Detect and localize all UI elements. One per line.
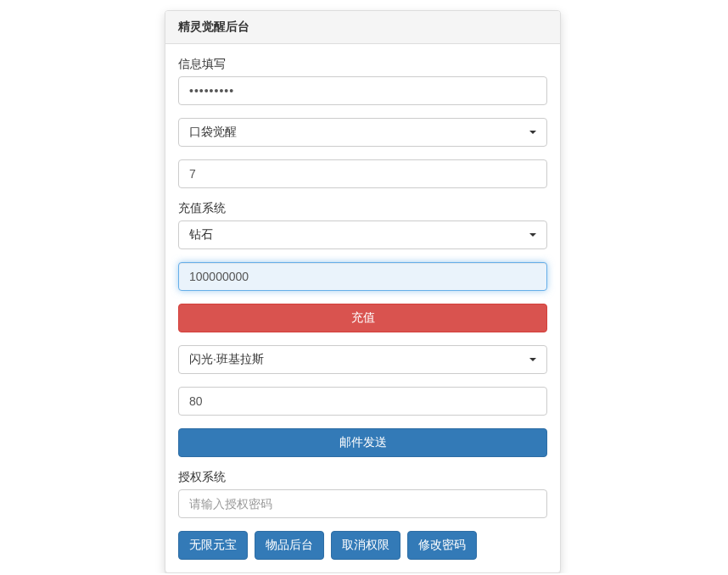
mail-send-button[interactable]: 邮件发送 — [178, 428, 547, 457]
password-input[interactable] — [178, 76, 547, 105]
currency-select-button[interactable]: 钻石 — [178, 221, 547, 249]
action-button-row: 无限元宝 物品后台 取消权限 修改密码 — [178, 531, 547, 560]
level-input[interactable] — [178, 387, 547, 416]
currency-select-value: 钻石 — [189, 227, 213, 241]
caret-icon — [529, 358, 536, 361]
cancel-auth-button[interactable]: 取消权限 — [331, 531, 400, 560]
auth-password-input[interactable] — [178, 489, 547, 518]
unlimited-gold-button[interactable]: 无限元宝 — [178, 531, 248, 560]
item-select[interactable]: 闪光·班基拉斯 — [178, 345, 547, 374]
recharge-button[interactable]: 充值 — [178, 304, 547, 332]
panel-title: 精灵觉醒后台 — [178, 20, 547, 35]
caret-icon — [529, 131, 536, 134]
game-select[interactable]: 口袋觉醒 — [178, 118, 547, 147]
info-section-label: 信息填写 — [178, 57, 547, 72]
panel-body: 信息填写 口袋觉醒 充值系统 钻石 充值 闪光·班基拉斯 邮件发送 — [165, 44, 560, 572]
currency-select[interactable]: 钻石 — [178, 221, 547, 249]
server-input[interactable] — [178, 159, 547, 188]
amount-input[interactable] — [178, 262, 547, 291]
items-admin-button[interactable]: 物品后台 — [255, 531, 324, 560]
item-select-value: 闪光·班基拉斯 — [189, 352, 264, 366]
panel-header: 精灵觉醒后台 — [165, 11, 560, 44]
recharge-section-label: 充值系统 — [178, 201, 547, 216]
caret-icon — [529, 233, 536, 237]
auth-section-label: 授权系统 — [178, 470, 547, 485]
game-select-value: 口袋觉醒 — [189, 125, 237, 138]
admin-panel: 精灵觉醒后台 信息填写 口袋觉醒 充值系统 钻石 充值 闪光·班基拉斯 — [165, 10, 561, 573]
change-password-button[interactable]: 修改密码 — [407, 531, 477, 560]
item-select-button[interactable]: 闪光·班基拉斯 — [178, 345, 547, 374]
game-select-button[interactable]: 口袋觉醒 — [178, 118, 547, 147]
